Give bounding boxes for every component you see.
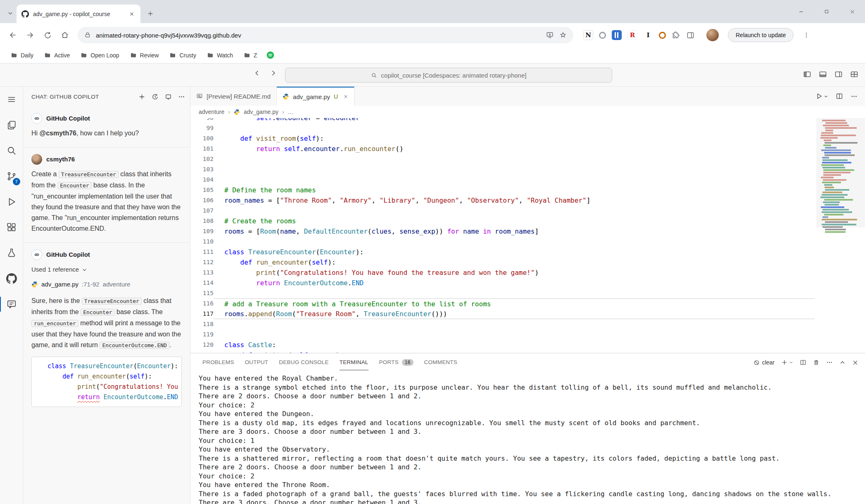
command-center[interactable]: copilot_course [Codespaces: animated rot… <box>285 68 612 83</box>
code-line[interactable]: 117rooms.append(Room("Treasure Room", Tr… <box>190 309 815 319</box>
panel-tab-debug-console[interactable]: DEBUG CONSOLE <box>273 353 334 371</box>
chat-history-icon[interactable] <box>152 93 159 100</box>
code-line[interactable]: 106room_names = ["Throne Room", "Armory"… <box>190 195 815 206</box>
reference-item[interactable]: adv_game.py:71-92 adventure <box>31 279 182 290</box>
panel-tab-ports[interactable]: PORTS16 <box>374 353 419 371</box>
more-actions-icon[interactable] <box>178 93 185 100</box>
chat-message-list[interactable]: GitHub Copilot Hi @csmyth76, how can I h… <box>23 106 190 504</box>
terminal-output[interactable]: You have entered the Royal Chamber.There… <box>190 371 865 504</box>
bookmark-item[interactable]: Review <box>126 50 163 60</box>
code-line[interactable]: 110 <box>190 237 815 247</box>
maximize-panel-icon[interactable] <box>839 360 846 366</box>
extension-icon[interactable] <box>612 30 622 40</box>
panel-tab-output[interactable]: OUTPUT <box>240 353 274 371</box>
toggle-secondary-sidebar-icon[interactable] <box>834 70 843 78</box>
code-line[interactable]: 105# Define the room names <box>190 185 815 195</box>
relaunch-update-button[interactable]: Relaunch to update <box>728 28 794 42</box>
code-line[interactable]: 118 <box>190 319 815 329</box>
url-bar[interactable]: animated-rotary-phone-q9vj54jvxvw39vqg.g… <box>78 27 573 43</box>
window-minimize-button[interactable] <box>788 0 814 23</box>
testing-icon[interactable] <box>0 240 23 266</box>
editor-back-icon[interactable] <box>254 69 261 77</box>
extensions-icon[interactable] <box>0 215 23 240</box>
code-line[interactable]: 109rooms = [Room(name, DefaultEncounter(… <box>190 226 815 237</box>
toggle-panel-icon[interactable] <box>819 70 827 78</box>
chat-icon[interactable] <box>0 291 23 317</box>
open-session-icon[interactable] <box>165 93 172 100</box>
clear-terminal-button[interactable]: clear <box>753 359 775 366</box>
code-line[interactable]: 113 print("Congratulations! You have fou… <box>190 267 815 278</box>
source-control-icon[interactable]: 7 <box>0 163 23 189</box>
back-button[interactable] <box>6 28 20 42</box>
site-info-icon[interactable] <box>84 32 91 38</box>
code-line[interactable]: 120class Castle: <box>190 340 815 350</box>
code-line[interactable]: 115 <box>190 288 815 298</box>
code-line[interactable]: 111class TreasureEncounter(Encounter): <box>190 247 815 257</box>
panel-more-actions-icon[interactable] <box>826 359 833 366</box>
browser-sidebar-icon[interactable] <box>683 28 697 42</box>
bookmark-item[interactable]: Daily <box>7 50 38 60</box>
used-references-toggle[interactable]: Used 1 reference <box>31 264 182 275</box>
spotify-bookmark-icon[interactable] <box>266 51 274 59</box>
install-app-icon[interactable] <box>546 31 554 39</box>
profile-avatar[interactable] <box>706 29 719 41</box>
editor-tab[interactable]: adv_game.pyU <box>277 87 354 106</box>
breadcrumb-file[interactable]: adv_game.py <box>244 109 278 115</box>
code-line[interactable]: 100 def visit_room(self): <box>190 133 815 144</box>
code-line[interactable]: 108# Create the rooms <box>190 216 815 226</box>
bookmark-item[interactable]: Open Loop <box>76 50 123 60</box>
extension-icon[interactable] <box>599 32 606 39</box>
explorer-icon[interactable] <box>0 112 23 138</box>
bookmark-item[interactable]: Watch <box>203 50 237 60</box>
code-line[interactable]: 104 <box>190 175 815 185</box>
split-editor-icon[interactable] <box>836 92 843 100</box>
code-editor[interactable]: 98 self.encounter = encounter99100 def v… <box>190 118 865 353</box>
run-python-file-button[interactable] <box>815 92 828 100</box>
bookmark-item[interactable]: Active <box>40 50 74 60</box>
new-tab-button[interactable] <box>143 6 158 21</box>
window-close-button[interactable] <box>839 0 865 23</box>
browser-tab[interactable]: adv_game.py - copilot_course <box>17 5 140 23</box>
panel-tab-problems[interactable]: PROBLEMS <box>197 353 240 371</box>
window-maximize-button[interactable] <box>814 0 839 23</box>
toggle-primary-sidebar-icon[interactable] <box>803 70 811 78</box>
github-icon[interactable] <box>0 266 23 291</box>
extensions-puzzle-icon[interactable] <box>672 31 680 39</box>
breadcrumb[interactable]: adventure › adv_game.py › … <box>190 106 865 118</box>
run-debug-icon[interactable] <box>0 189 23 215</box>
favorite-star-icon[interactable] <box>559 31 567 39</box>
code-line[interactable]: 99 <box>190 123 815 133</box>
minimap[interactable] <box>820 120 860 233</box>
code-line[interactable]: 112 def run_encounter(self): <box>190 257 815 267</box>
browser-menu-icon[interactable] <box>799 28 813 42</box>
close-tab-icon[interactable] <box>343 94 348 99</box>
search-icon[interactable] <box>0 138 23 163</box>
code-line[interactable]: 116# add a Treasure room with a Treasure… <box>190 298 815 309</box>
bookmark-item[interactable]: Z <box>240 50 261 60</box>
code-line[interactable]: 98 self.encounter = encounter <box>190 118 815 123</box>
editor-more-actions-icon[interactable] <box>851 93 858 100</box>
kill-terminal-icon[interactable] <box>813 359 820 366</box>
panel-tab-comments[interactable]: COMMENTS <box>419 353 463 371</box>
bookmark-item[interactable]: Crusty <box>165 50 200 60</box>
panel-tab-terminal[interactable]: TERMINAL <box>334 353 374 371</box>
extension-icon[interactable] <box>659 32 666 39</box>
close-panel-icon[interactable] <box>852 360 858 366</box>
code-line[interactable]: 102 <box>190 154 815 164</box>
breadcrumb-symbol[interactable]: … <box>288 109 294 115</box>
extension-icon[interactable]: I <box>643 30 653 40</box>
split-terminal-icon[interactable] <box>800 359 806 366</box>
editor-forward-icon[interactable] <box>269 69 277 77</box>
editor-tab[interactable]: [Preview] README.md <box>190 87 277 106</box>
home-button[interactable] <box>58 28 72 42</box>
code-line[interactable]: 114 return EncounterOutcome.END <box>190 278 815 288</box>
chat-code-block[interactable]: class TreasureEncounter(Encounter): def … <box>31 357 182 407</box>
refresh-button[interactable] <box>40 28 55 42</box>
code-line[interactable]: 121 def __init__(self, rooms): <box>190 350 815 353</box>
code-line[interactable]: 103 <box>190 164 815 175</box>
extension-icon[interactable]: N <box>583 30 593 40</box>
customize-layout-icon[interactable] <box>850 70 858 78</box>
code-line[interactable]: 119 <box>190 329 815 340</box>
extension-icon[interactable]: R <box>627 30 637 40</box>
breadcrumb-folder[interactable]: adventure <box>199 109 224 115</box>
